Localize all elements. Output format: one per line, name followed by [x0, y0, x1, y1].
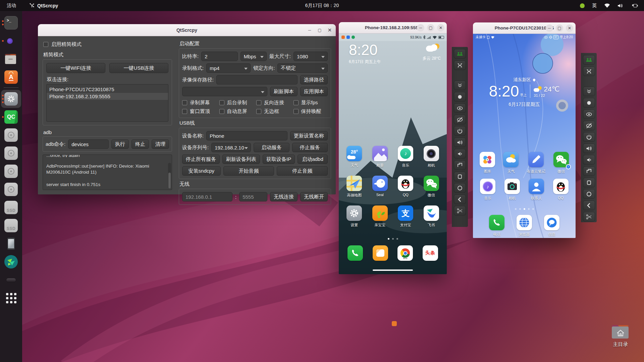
phone2-titlebar[interactable]: Phone-P7CDU17C23010875 ─ ▢ ✕ — [473, 22, 576, 34]
app-亲宝宝[interactable]: 亲宝宝 — [372, 205, 388, 228]
group-control-button[interactable] — [454, 49, 466, 59]
wireless-connect-button[interactable]: 无线连接 — [270, 192, 298, 201]
option-checkbox[interactable] — [182, 109, 187, 114]
phone2-screen[interactable]: 未插卡 97 早上8:20 浦东新区 8:20 早上 — [473, 34, 576, 238]
desktop-home-folder[interactable]: 主目录 — [611, 324, 630, 348]
topbar-clock[interactable]: 6月17日 08：20 — [0, 3, 644, 9]
app-信息[interactable]: 信息 — [544, 215, 559, 237]
bitrate-unit-select[interactable]: Mbps — [240, 52, 267, 61]
apply-script-button[interactable]: 应用脚本 — [300, 87, 328, 96]
battery-icon[interactable] — [631, 4, 638, 8]
adb-exec-button[interactable]: 执行 — [111, 139, 129, 149]
adb-clear-button[interactable]: 清理 — [152, 139, 169, 149]
volume-up-button[interactable] — [583, 143, 595, 153]
phone2-close-button[interactable]: ✕ — [566, 24, 573, 32]
minimize-button[interactable]: ─ — [306, 26, 313, 34]
option-checkbox[interactable] — [219, 100, 224, 105]
wifi-icon[interactable] — [604, 3, 610, 8]
app-QQ[interactable]: QQ — [398, 176, 413, 198]
dock-item-files[interactable] — [1, 50, 21, 68]
choose-path-button[interactable]: 选择路径 — [300, 75, 328, 84]
home-button[interactable] — [454, 183, 466, 193]
max-size-select[interactable]: 1080 — [293, 52, 328, 61]
app-联系人[interactable]: 联系人 — [529, 179, 544, 201]
app-messages1[interactable] — [373, 245, 388, 261]
desktop-shortcut-icon[interactable] — [392, 321, 397, 326]
option-checkbox[interactable] — [182, 100, 187, 105]
app-浏览器[interactable]: 浏览器 — [517, 215, 532, 237]
app-微信[interactable]: ✓微信 — [553, 152, 569, 174]
home-button[interactable] — [583, 189, 595, 199]
app-switch-button[interactable] — [454, 160, 466, 170]
phone1-screen[interactable]: 93.9K/s 8:20 6月17日 周五上午 多云 28°C 28°天气相册♪… — [339, 34, 447, 274]
wireless-port-input[interactable]: 5555 — [239, 192, 267, 201]
app-电话[interactable]: 电话 — [489, 215, 504, 237]
device-list-item[interactable]: Phone-192.168.2.109:5555 — [47, 93, 168, 100]
app-天气[interactable]: 28°天气 — [346, 146, 362, 168]
dock-item-phone-device[interactable] — [1, 235, 21, 253]
wireless-disconnect-button[interactable]: 无线断开 — [300, 192, 328, 201]
volume-down-button[interactable] — [583, 155, 595, 165]
phone1-minimize-button[interactable]: ─ — [417, 24, 424, 32]
dock-item-firefox[interactable] — [1, 32, 21, 50]
volume-up-button[interactable] — [454, 137, 466, 147]
power-button[interactable] — [454, 126, 466, 136]
dock-item-settings[interactable] — [1, 90, 21, 108]
app-toutiao[interactable]: 头条 — [423, 245, 438, 261]
app-chrome[interactable]: Beta — [397, 245, 413, 261]
assistive-touch-ball[interactable] — [556, 100, 568, 112]
adb-cmd-input[interactable]: devices — [68, 139, 109, 149]
input-method-indicator[interactable]: 英 — [592, 3, 597, 9]
one-key-usb-button[interactable]: 一键USB连接 — [109, 63, 168, 73]
phone1-titlebar[interactable]: Phone-192.168.2.109:5555 ─ ▢ ✕ — [339, 22, 447, 34]
screen-on-button[interactable] — [454, 103, 466, 113]
dock-item-disk-2[interactable] — [1, 144, 21, 162]
app-飞书[interactable]: 飞书 — [424, 205, 439, 228]
dock-item-disk-3[interactable] — [1, 162, 21, 180]
app-相机[interactable]: 相机 — [504, 179, 520, 201]
group-control-button[interactable] — [583, 55, 595, 65]
dock-item-media-player[interactable] — [1, 253, 21, 271]
screenshot-button[interactable] — [583, 212, 595, 222]
maximize-button[interactable]: ▢ — [316, 26, 323, 34]
option-checkbox[interactable] — [293, 100, 299, 105]
start-audio-button[interactable]: 开始音频 — [223, 166, 274, 176]
start-service-button[interactable]: 启动服务 — [254, 143, 289, 152]
option-checkbox[interactable] — [219, 109, 224, 114]
lock-orientation-select[interactable]: 不锁定 — [277, 63, 328, 73]
dock-item-ubuntu-software[interactable]: A — [1, 68, 21, 86]
android-tray-icon[interactable] — [580, 3, 585, 8]
app-高德地图[interactable]: 高德地图 — [346, 176, 362, 198]
stop-all-services-button[interactable]: 停止所有服务 — [182, 155, 220, 164]
option-checkbox[interactable] — [293, 109, 299, 114]
screen-off-button[interactable] — [583, 121, 595, 130]
record-path-input[interactable] — [216, 75, 298, 84]
dock-item-ssd-2[interactable]: SSD — [1, 217, 21, 235]
app-天气[interactable]: 天气 — [503, 152, 519, 174]
stop-audio-button[interactable]: 停止音频 — [277, 166, 328, 176]
one-key-wifi-button[interactable]: 一键WIFI连接 — [46, 63, 105, 73]
app-设置[interactable]: 设置 — [346, 205, 362, 228]
dock-item-disk-1[interactable] — [1, 126, 21, 144]
wireless-ip-input[interactable]: 192.168.0.1 — [182, 192, 232, 201]
record-format-select[interactable]: mp4 — [206, 63, 251, 73]
fullscreen-button[interactable] — [454, 60, 466, 70]
fullscreen-button[interactable] — [583, 66, 595, 76]
app-微信[interactable]: 微信 — [424, 176, 439, 198]
app-相册[interactable]: 相册 — [372, 146, 388, 168]
app-switch-button[interactable] — [583, 166, 595, 176]
dock-item-terminal[interactable]: >_ — [1, 14, 21, 32]
log-scrollbar[interactable] — [168, 163, 171, 188]
touch-button[interactable] — [583, 98, 595, 108]
app-支付宝[interactable]: 支支付宝 — [398, 205, 413, 228]
get-device-ip-button[interactable]: 获取设备IP — [263, 155, 295, 164]
phone2-maximize-button[interactable]: ▢ — [556, 24, 563, 32]
phone2-minimize-button[interactable]: ─ — [546, 24, 553, 32]
adb-log-output[interactable]: ...once, try again AdbProcessImpl::out:[… — [43, 155, 172, 190]
screenshot-button[interactable] — [454, 206, 466, 216]
menu-button[interactable] — [583, 178, 595, 187]
volume-down-button[interactable] — [454, 149, 466, 159]
refresh-script-button[interactable]: 刷新脚本 — [270, 87, 298, 96]
phone1-close-button[interactable]: ✕ — [437, 24, 444, 32]
screen-on-button[interactable] — [583, 109, 595, 119]
